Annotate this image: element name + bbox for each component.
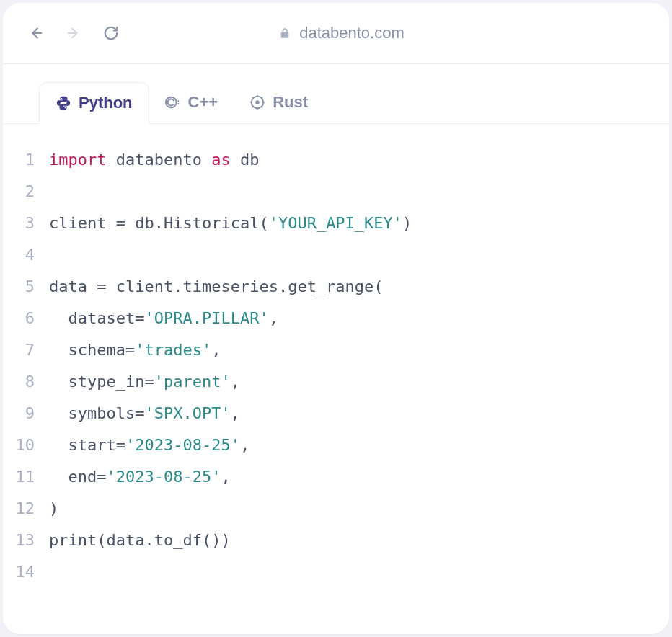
browser-window: databento.com Python C++ Rust 1import da… bbox=[3, 3, 669, 634]
code-content: print(data.to_df()) bbox=[49, 525, 231, 556]
code-line: 3client = db.Historical('YOUR_API_KEY') bbox=[3, 208, 669, 239]
line-number: 13 bbox=[3, 525, 49, 556]
code-line: 12) bbox=[3, 493, 669, 525]
line-number: 1 bbox=[3, 144, 49, 176]
browser-toolbar: databento.com bbox=[3, 3, 669, 63]
line-number: 9 bbox=[3, 398, 49, 429]
line-number: 4 bbox=[3, 239, 49, 271]
cpp-icon bbox=[165, 94, 181, 110]
code-editor[interactable]: 1import databento as db23client = db.His… bbox=[3, 124, 669, 608]
nav-buttons bbox=[25, 22, 123, 45]
tab-label: Python bbox=[79, 94, 133, 112]
line-number: 8 bbox=[3, 366, 49, 398]
line-number: 2 bbox=[3, 176, 49, 208]
code-content: import databento as db bbox=[49, 144, 259, 176]
svg-rect-2 bbox=[281, 32, 289, 38]
line-number: 3 bbox=[3, 208, 49, 239]
tab-python[interactable]: Python bbox=[39, 82, 149, 124]
code-line: 11 end='2023-08-25', bbox=[3, 461, 669, 493]
code-content: symbols='SPX.OPT', bbox=[49, 398, 240, 429]
code-content: stype_in='parent', bbox=[49, 366, 240, 398]
code-content: start='2023-08-25', bbox=[49, 429, 249, 461]
code-content: dataset='OPRA.PILLAR', bbox=[49, 303, 278, 334]
code-line: 9 symbols='SPX.OPT', bbox=[3, 398, 669, 429]
code-line: 1import databento as db bbox=[3, 144, 669, 176]
line-number: 6 bbox=[3, 303, 49, 334]
code-line: 14 bbox=[3, 556, 669, 588]
lock-icon bbox=[279, 27, 291, 40]
code-line: 7 schema='trades', bbox=[3, 334, 669, 366]
tab-cpp[interactable]: C++ bbox=[149, 81, 234, 123]
code-content: schema='trades', bbox=[49, 334, 221, 366]
line-number: 7 bbox=[3, 334, 49, 366]
line-number: 10 bbox=[3, 429, 49, 461]
code-line: 2 bbox=[3, 176, 669, 208]
code-line: 5data = client.timeseries.get_range( bbox=[3, 271, 669, 303]
forward-button[interactable] bbox=[62, 22, 85, 45]
line-number: 14 bbox=[3, 556, 49, 588]
address-bar[interactable]: databento.com bbox=[137, 24, 547, 43]
line-number: 11 bbox=[3, 461, 49, 493]
rust-icon bbox=[249, 94, 265, 110]
back-button[interactable] bbox=[25, 22, 48, 45]
svg-point-7 bbox=[255, 100, 260, 104]
line-number: 12 bbox=[3, 493, 49, 525]
svg-point-4 bbox=[177, 100, 179, 102]
code-content: client = db.Historical('YOUR_API_KEY') bbox=[49, 208, 412, 239]
language-tabs: Python C++ Rust bbox=[3, 64, 669, 124]
code-content: ) bbox=[49, 493, 58, 525]
code-line: 13print(data.to_df()) bbox=[3, 525, 669, 556]
code-line: 8 stype_in='parent', bbox=[3, 366, 669, 398]
tab-rust[interactable]: Rust bbox=[234, 81, 324, 123]
url-text: databento.com bbox=[299, 24, 404, 43]
code-line: 10 start='2023-08-25', bbox=[3, 429, 669, 461]
code-content: end='2023-08-25', bbox=[49, 461, 231, 493]
code-line: 6 dataset='OPRA.PILLAR', bbox=[3, 303, 669, 334]
python-icon bbox=[56, 95, 71, 111]
tab-label: C++ bbox=[188, 93, 218, 112]
code-line: 4 bbox=[3, 239, 669, 271]
code-content: data = client.timeseries.get_range( bbox=[49, 271, 384, 303]
reload-button[interactable] bbox=[100, 22, 123, 45]
svg-point-5 bbox=[177, 103, 179, 104]
line-number: 5 bbox=[3, 271, 49, 303]
tab-label: Rust bbox=[273, 93, 308, 112]
